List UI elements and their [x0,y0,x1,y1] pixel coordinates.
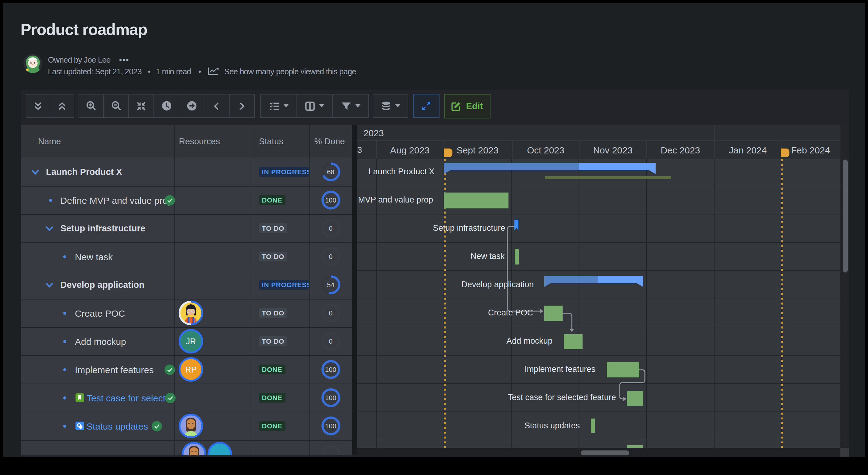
svg-text:JR: JR [186,337,196,346]
svg-text:RP: RP [185,365,196,374]
